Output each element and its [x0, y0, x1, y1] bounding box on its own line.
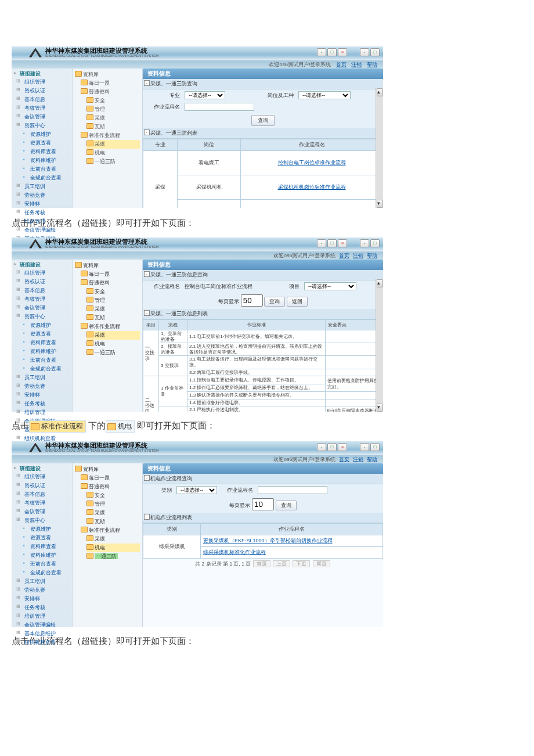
query-button[interactable]: 查询	[264, 297, 285, 307]
tree-node-selected[interactable]: 机电	[86, 543, 140, 552]
nav-home[interactable]: 首页	[336, 62, 347, 67]
win-max-icon[interactable]: □	[327, 48, 337, 56]
pager-last[interactable]: 尾页	[313, 560, 330, 567]
tree-node[interactable]: 安全	[86, 287, 140, 296]
leftnav-item[interactable]: 任务考核	[14, 603, 72, 612]
win-close-icon[interactable]: ×	[338, 48, 347, 56]
query-button[interactable]: 查询	[251, 115, 275, 126]
tree-node[interactable]: 每日一题	[81, 474, 140, 483]
leftnav-sub[interactable]: 全规前台查看	[14, 174, 72, 182]
leftnav-sub[interactable]: 资源维护	[14, 130, 72, 139]
leftnav-item[interactable]: 劳动竞赛	[14, 382, 72, 391]
input-flowname[interactable]	[258, 486, 327, 494]
leftnav-sub[interactable]: 资料库维护	[14, 347, 72, 356]
leftnav-root[interactable]: 班组建设	[14, 465, 72, 473]
input-pagesize[interactable]	[252, 498, 274, 510]
tree-node[interactable]: 瓦斯	[86, 123, 140, 131]
leftnav-sub[interactable]: 资料库查看	[14, 542, 72, 551]
select-project[interactable]: --请选择--	[304, 282, 356, 290]
select-post[interactable]: --请选择--	[298, 91, 351, 99]
leftnav-item[interactable]: 培训管理	[14, 612, 72, 621]
scrollbar[interactable]: ▴▾	[376, 279, 383, 412]
tree-node[interactable]: 普通资料	[81, 88, 140, 96]
tree-node-selected[interactable]: 采煤	[86, 331, 140, 340]
tree-node[interactable]: 标准作业流程	[81, 322, 140, 331]
win-max-icon[interactable]: □	[327, 443, 337, 451]
collapse-icon[interactable]: -	[144, 80, 150, 86]
leftnav-item[interactable]: 考核管理	[14, 499, 72, 507]
tree-node[interactable]: 一通三防	[86, 552, 140, 561]
pager-next[interactable]: 下页	[293, 560, 310, 567]
collapse-icon[interactable]: -	[144, 475, 150, 481]
leftnav-item[interactable]: 会议管理	[14, 113, 72, 121]
leftnav-sub[interactable]: 资源查看	[14, 534, 72, 542]
tree-node[interactable]: 安全	[86, 491, 140, 500]
nav-help[interactable]: 帮助	[367, 253, 377, 258]
collapse-icon[interactable]: -	[144, 271, 150, 277]
nav-help[interactable]: 帮助	[367, 456, 377, 462]
leftnav-item[interactable]: 组织管理	[14, 269, 72, 278]
tree-node[interactable]: 瓦斯	[86, 314, 140, 322]
select-major[interactable]: --请选择--	[185, 91, 225, 99]
leftnav-item[interactable]: 员工培训	[14, 577, 72, 586]
tree-node-selected[interactable]: 采煤	[86, 140, 140, 149]
leftnav-item[interactable]: 资权认证	[14, 87, 72, 95]
tree-node[interactable]: 一通三防	[86, 157, 140, 166]
tree-node[interactable]: 资料库	[75, 465, 140, 474]
tree-node[interactable]: 采煤	[86, 535, 140, 543]
scroll-up-icon[interactable]: ▴	[377, 279, 383, 287]
tree-node[interactable]: 采煤	[86, 509, 140, 517]
tree-node[interactable]: 采煤	[86, 305, 140, 314]
collapse-icon[interactable]: -	[144, 310, 150, 316]
leftnav-sub[interactable]: 资源查看	[14, 139, 72, 147]
scroll-down-icon[interactable]: ▾	[377, 200, 383, 208]
leftnav-item[interactable]: 资源中心	[14, 121, 72, 130]
leftnav-item[interactable]: 培训管理	[14, 217, 72, 226]
leftnav-item[interactable]: 基本信息维护	[14, 629, 72, 638]
leftnav-item[interactable]: 劳动竞赛	[14, 586, 72, 595]
leftnav-item[interactable]: 会议管理编辑	[14, 621, 72, 629]
tree-node[interactable]: 普通资料	[81, 279, 140, 287]
tree-node[interactable]: 瓦斯	[86, 517, 140, 526]
leftnav-sub[interactable]: 资料库维护	[14, 156, 72, 165]
leftnav-item[interactable]: 考核管理	[14, 295, 72, 304]
leftnav-item[interactable]: 员工培训	[14, 182, 72, 191]
leftnav-item[interactable]: 安排杯	[14, 391, 72, 399]
tree-node[interactable]: 机电	[86, 340, 140, 348]
tree-node[interactable]: 每日一题	[81, 270, 140, 279]
nav-help[interactable]: 帮助	[367, 62, 377, 67]
tree-node[interactable]: 一通三防	[86, 348, 140, 357]
input-pagesize[interactable]	[241, 294, 263, 307]
leftnav-item[interactable]: 资权认证	[14, 481, 72, 490]
leftnav-item[interactable]: 会议管理	[14, 304, 72, 312]
scrollbar[interactable]: ▴▾	[376, 88, 383, 208]
nav-home[interactable]: 首页	[339, 253, 349, 258]
tree-node[interactable]: 管理	[86, 500, 140, 509]
nav-home[interactable]: 首页	[339, 456, 349, 462]
leftnav-sub[interactable]: 全规前台查看	[14, 568, 72, 577]
collapse-icon[interactable]: -	[144, 514, 150, 520]
tree-node[interactable]: 管理	[86, 105, 140, 114]
leftnav-item[interactable]: 任务考核	[14, 208, 72, 217]
win-min2-icon[interactable]: -	[360, 239, 369, 247]
leftnav-item[interactable]: 考核管理	[14, 104, 72, 113]
scroll-down-icon[interactable]: ▾	[377, 404, 383, 412]
leftnav-sub[interactable]: 资源维护	[14, 321, 72, 330]
win-max2-icon[interactable]: □	[370, 48, 380, 56]
leftnav-item[interactable]: 资权认证	[14, 278, 72, 286]
tree-node[interactable]: 标准作业流程	[81, 131, 140, 140]
flow-link[interactable]: 控制台电工岗位标准作业流程	[241, 151, 383, 175]
win-min-icon[interactable]: -	[317, 443, 326, 451]
tree-node[interactable]: 机电	[86, 149, 140, 157]
scroll-up-icon[interactable]: ▴	[377, 88, 383, 96]
nav-logout[interactable]: 注销	[353, 253, 363, 258]
leftnav-sub[interactable]: 班前台查看	[14, 165, 72, 174]
tree-node[interactable]: 普通资料	[81, 483, 140, 491]
leftnav-item[interactable]: 员工培训	[14, 373, 72, 382]
leftnav-sub[interactable]: 资料库维护	[14, 551, 72, 560]
select-category[interactable]: --请选择--	[176, 486, 217, 494]
nav-logout[interactable]: 注销	[351, 62, 362, 67]
leftnav-item[interactable]: 会议管理	[14, 507, 72, 516]
leftnav-root[interactable]: 班组建设	[14, 261, 72, 269]
leftnav-sub[interactable]: 资源维护	[14, 525, 72, 534]
